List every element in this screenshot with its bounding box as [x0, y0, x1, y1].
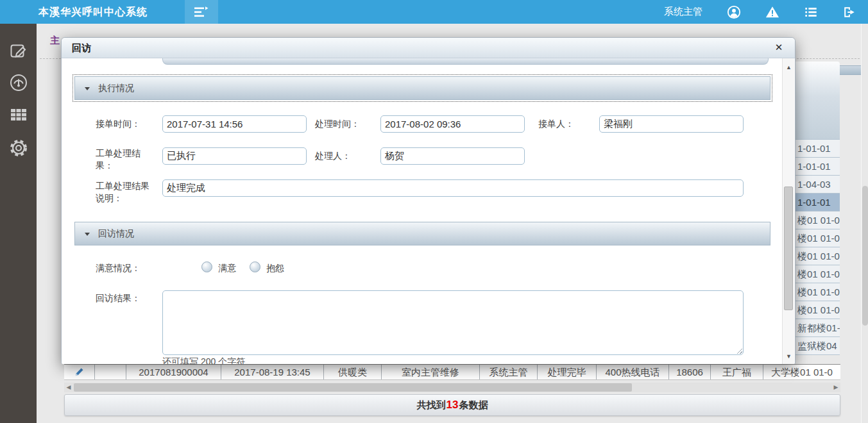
order-result-label: 工单处理结果：	[96, 147, 147, 172]
gear-icon	[9, 138, 28, 158]
menu-toggle-icon	[194, 6, 209, 18]
hscroll-right-arrow[interactable]: ▶	[831, 383, 840, 392]
processor-input[interactable]	[380, 147, 525, 165]
partial-tab-label: 主	[50, 35, 60, 47]
table-row: 楼01 01-0	[796, 247, 840, 265]
row-cell-order-id: 2017081900004	[126, 365, 221, 379]
scroll-down-arrow[interactable]: ▼	[783, 351, 795, 361]
close-icon[interactable]: ✕	[773, 42, 785, 53]
hscroll-thumb[interactable]	[74, 383, 632, 392]
result-count-prefix: 共找到	[417, 399, 446, 410]
row-edit-cell[interactable]	[64, 365, 95, 379]
row-cell-source: 400热线电话	[597, 365, 669, 379]
result-count-suffix: 条数据	[459, 399, 488, 410]
row-empty-cell	[95, 365, 126, 379]
grid-table-icon	[9, 104, 28, 124]
chevron-down-icon	[85, 233, 90, 236]
row-cell-operator: 系统主管	[480, 365, 538, 379]
hscroll-left-arrow[interactable]: ◀	[64, 383, 73, 392]
table-row: 1-01-01	[796, 140, 840, 158]
result-desc-input[interactable]	[162, 179, 744, 197]
satisfaction-label: 满意情况：	[96, 262, 160, 274]
satisfied-radio[interactable]	[201, 261, 212, 272]
table-row: 楼01 01-0	[796, 229, 840, 247]
table-row: 楼01 01-0	[796, 265, 840, 283]
followup-dialog: 回访 ✕ 执行情况 接单时间： 处理时间： 接单人： 工单处理结果： 处理人： …	[61, 37, 796, 364]
satisfied-radio-label[interactable]: 满意	[218, 262, 236, 274]
row-cell-address: 大学楼01 01-0	[763, 365, 840, 379]
table-row: 1-04-03	[796, 176, 840, 194]
receiver-input[interactable]	[599, 115, 744, 133]
visit-result-textarea[interactable]	[162, 290, 744, 355]
dialog-body: 执行情况 接单时间： 处理时间： 接单人： 工单处理结果： 处理人： 工单处理结…	[62, 58, 795, 364]
scroll-up-arrow[interactable]: ▲	[783, 62, 795, 72]
table-horizontal-scrollbar[interactable]: ◀ ▶	[64, 383, 840, 392]
menu-toggle-button[interactable]	[185, 0, 218, 24]
row-cell-type: 室内主管维修	[382, 365, 480, 379]
result-count-number: 13	[446, 399, 459, 411]
table-row-selected: 1-01-01	[796, 194, 840, 212]
user-account-icon[interactable]	[727, 5, 741, 19]
table-row: 监狱楼04 0	[796, 337, 840, 355]
receive-time-input[interactable]	[162, 115, 307, 133]
background-table-right-column: 1-01-01 1-01-01 1-04-03 1-01-01 楼01 01-0…	[796, 62, 840, 355]
sidebar-item-dashboard[interactable]	[7, 71, 30, 94]
table-row: 新都楼01-0	[796, 319, 840, 337]
scrolled-panel-edge	[162, 58, 769, 65]
row-cell-datetime: 2017-08-19 13:45	[221, 365, 324, 379]
receive-time-label: 接单时间：	[96, 118, 160, 130]
table-row: 楼01 01-0	[796, 283, 840, 301]
table-row: 2017081900004 2017-08-19 13:45 供暖类 室内主管维…	[64, 364, 840, 380]
table-row: 1-01-01	[796, 158, 840, 176]
result-desc-label: 工单处理结果说明：	[96, 180, 155, 204]
dialog-vertical-scrollbar[interactable]: ▲ ▼	[782, 58, 794, 364]
processor-label: 处理人：	[315, 150, 366, 162]
dialog-scrollbar-thumb[interactable]	[784, 187, 793, 310]
process-time-label: 处理时间：	[315, 118, 373, 130]
warning-alert-icon[interactable]	[765, 5, 779, 19]
chevron-down-icon	[85, 87, 90, 90]
row-cell-name: 王广福	[711, 365, 763, 379]
result-count-bar: 共找到13条数据	[64, 394, 840, 416]
section-header-visit[interactable]: 回访情况	[74, 222, 770, 245]
complaint-radio[interactable]	[250, 261, 260, 272]
order-result-input[interactable]	[162, 147, 307, 165]
row-cell-number: 18606	[669, 365, 711, 379]
background-table-header	[796, 62, 840, 140]
logout-icon[interactable]	[842, 5, 856, 19]
section-title: 执行情况	[98, 77, 134, 99]
sidebar	[0, 24, 37, 423]
edit-pencil-icon[interactable]	[74, 367, 84, 377]
task-list-icon[interactable]	[804, 5, 818, 19]
topbar-right-cluster: 系统主管	[664, 0, 856, 24]
gauge-icon	[9, 73, 28, 92]
app-title: 本溪华兴呼叫中心系统	[38, 0, 148, 24]
user-role-menu[interactable]: 系统主管	[664, 6, 702, 18]
dialog-header[interactable]: 回访 ✕	[62, 38, 795, 58]
table-row: 楼01 01-0	[796, 301, 840, 319]
table-row: 楼01 01-0	[796, 212, 840, 229]
application-window: 主 1-01-01 1-01-01 1-04-03 1-01-01 楼01 01…	[0, 0, 868, 423]
edit-icon	[9, 41, 28, 60]
section-header-execution[interactable]: 执行情况	[74, 76, 770, 100]
sidebar-item-work-order[interactable]	[7, 39, 30, 62]
receiver-label: 接单人：	[538, 118, 590, 130]
page-scrollbar-thumb[interactable]	[862, 186, 868, 326]
topbar: 本溪华兴呼叫中心系统 系统主管	[0, 0, 868, 24]
section-title: 回访情况	[98, 222, 134, 245]
sidebar-item-data-table[interactable]	[7, 103, 30, 126]
dialog-title: 回访	[72, 38, 91, 58]
char-count-hint: 还可填写 200 个字符	[162, 356, 245, 364]
visit-result-label: 回访结果：	[96, 292, 153, 304]
row-cell-status: 处理完毕	[538, 365, 597, 379]
process-time-input[interactable]	[380, 115, 525, 133]
complaint-radio-label[interactable]: 抱怨	[266, 262, 284, 274]
row-cell-category: 供暖类	[324, 365, 382, 379]
sidebar-item-settings[interactable]	[7, 137, 30, 160]
page-vertical-scrollbar[interactable]	[861, 24, 868, 423]
